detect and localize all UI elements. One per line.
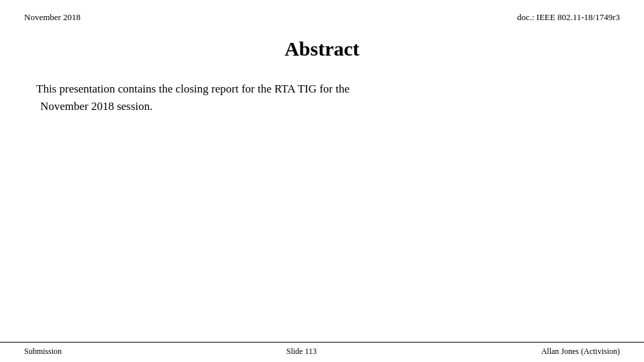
content-paragraph: This presentation contains the closing r…	[36, 80, 608, 115]
slide-header: November 2018 doc.: IEEE 802.11-18/1749r…	[0, 0, 644, 23]
content-line1: This presentation contains the closing r…	[36, 82, 350, 95]
header-doc-id: doc.: IEEE 802.11-18/1749r3	[517, 12, 620, 23]
content-line2: November 2018 session.	[36, 100, 153, 113]
title-section: Abstract	[0, 38, 644, 60]
slide-footer: Submission Slide 113 Allan Jones (Activi…	[0, 342, 644, 362]
header-date: November 2018	[24, 12, 80, 23]
footer-author: Allan Jones (Activision)	[541, 347, 620, 357]
slide-container: November 2018 doc.: IEEE 802.11-18/1749r…	[0, 0, 644, 362]
slide-title: Abstract	[0, 38, 644, 60]
footer-submission: Submission	[24, 347, 62, 357]
footer-slide-number: Slide 113	[286, 347, 317, 357]
content-section: This presentation contains the closing r…	[0, 80, 644, 115]
